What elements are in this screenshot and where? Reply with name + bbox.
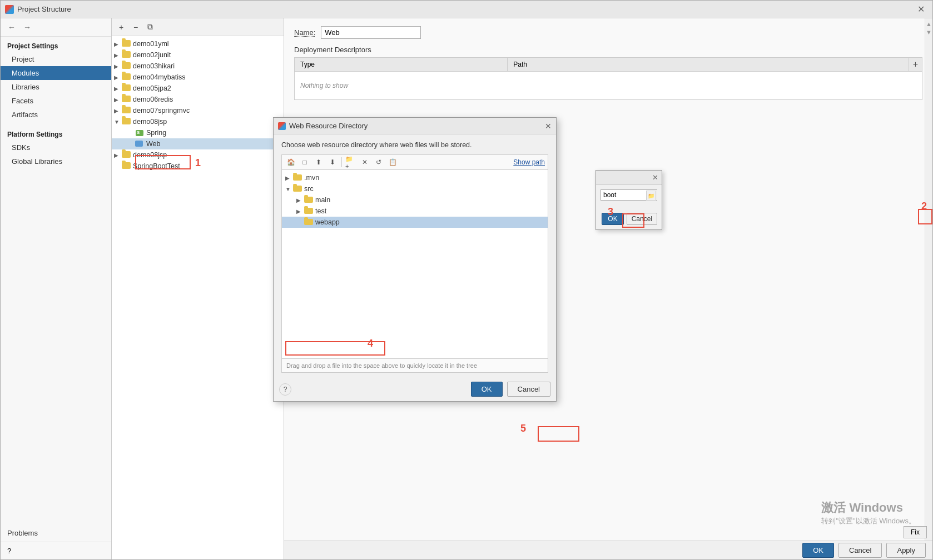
sidebar-help[interactable]: ?	[1, 542, 111, 559]
ok-button[interactable]: OK	[802, 543, 834, 558]
dtree-item-src[interactable]: ▼ src	[282, 183, 548, 194]
wrd-dialog-title-left: Web Resource Directory	[278, 122, 368, 130]
wrd-dialog-footer: ? OK Cancel	[274, 377, 556, 401]
tree-item-label: demo08jsp	[133, 118, 167, 126]
tree-item-label: demo04mybatiss	[133, 73, 186, 81]
small-dialog-close[interactable]: ✕	[652, 173, 658, 182]
tree-item-label: demo02junit	[133, 51, 171, 59]
sidebar-item-libraries[interactable]: Libraries	[1, 80, 111, 94]
project-settings-label: Project Settings	[1, 37, 111, 52]
add-module-button[interactable]: +	[115, 21, 127, 33]
platform-settings-label: Platform Settings	[1, 125, 111, 141]
wrd-cancel-button[interactable]: Cancel	[507, 382, 550, 397]
tree-item-label: demo05jpa2	[133, 84, 171, 92]
small-dialog-cancel[interactable]: Cancel	[627, 213, 657, 225]
deployment-add-button[interactable]: +	[909, 58, 922, 71]
wrd-dialog-close[interactable]: ✕	[545, 122, 552, 131]
deployment-table-header: Type Path	[295, 58, 922, 72]
tree-item-demo02junit[interactable]: ▶ demo02junit	[112, 49, 284, 61]
tree-item-demo01yml[interactable]: ▶ demo01yml	[112, 38, 284, 49]
tree-item-label: Spring	[146, 129, 166, 137]
module-tree-panel: + − ⧉ ▶ demo01yml ▶ demo02junit	[112, 18, 284, 559]
type-col-header: Type	[295, 58, 508, 71]
tree-item-label: demo06redis	[133, 96, 173, 103]
wrd-dialog-tree: ▶ .mvn ▼ src ▶ main	[281, 170, 548, 359]
wrd-down-button[interactable]: ⬇	[326, 157, 339, 168]
sidebar-item-sdks[interactable]: SDKs	[1, 141, 111, 154]
main-bottom-bar: OK Cancel Apply	[284, 541, 932, 559]
tree-item-demo07springmvc[interactable]: ▶ demo07springmvc	[112, 105, 284, 116]
small-dialog-titlebar: ✕	[596, 171, 662, 185]
wrd-dialog-icon	[278, 122, 286, 130]
tree-item-demo08jsp-2[interactable]: ▶ demo08jsp	[112, 149, 284, 161]
detail-right-bar: ▲ ▼ ⋮ ?	[925, 18, 932, 559]
wrd-delete-button[interactable]: ✕	[359, 157, 371, 168]
main-window: Project Structure ✕ ← → Project Settings…	[0, 0, 933, 560]
tree-item-spring[interactable]: S Spring	[112, 127, 284, 138]
dtree-item-mvn[interactable]: ▶ .mvn	[282, 172, 548, 183]
right-bar-scroll-up[interactable]: ▲	[926, 21, 932, 27]
tree-item-demo08jsp[interactable]: ▼ demo08jsp	[112, 116, 284, 127]
wrd-up-button[interactable]: ⬆	[312, 157, 325, 168]
forward-button[interactable]: →	[21, 22, 34, 33]
wrd-copy-button[interactable]: 📋	[386, 157, 399, 168]
tree-item-demo04mybatiss[interactable]: ▶ demo04mybatiss	[112, 72, 284, 83]
apply-button[interactable]: Apply	[886, 543, 926, 558]
tree-item-demo06redis[interactable]: ▶ demo06redis	[112, 94, 284, 105]
dtree-item-webapp[interactable]: webapp	[282, 217, 548, 228]
show-path-link[interactable]: Show path	[513, 158, 545, 166]
sidebar-item-facets[interactable]: Facets	[1, 94, 111, 108]
help-icon: ?	[7, 547, 11, 555]
copy-module-button[interactable]: ⧉	[144, 21, 156, 33]
small-dialog-body: 📁	[596, 185, 662, 213]
folder-icon: 📁	[648, 193, 654, 199]
close-button[interactable]: ✕	[914, 3, 928, 16]
fix-button[interactable]: Fix	[904, 526, 927, 538]
sidebar-item-problems[interactable]: Problems	[1, 524, 111, 542]
small-dialog-input-wrapper: 📁	[601, 189, 657, 205]
name-label: Name:	[294, 28, 315, 37]
sidebar-item-global-libraries[interactable]: Global Libraries	[1, 154, 111, 168]
wrd-dialog[interactable]: Web Resource Directory ✕ Choose web reso…	[273, 117, 557, 402]
remove-module-button[interactable]: −	[130, 21, 142, 33]
wrd-help-button[interactable]: ?	[279, 383, 291, 396]
tree-item-demo03hikari[interactable]: ▶ demo03hikari	[112, 61, 284, 72]
dtree-label: .mvn	[304, 174, 319, 182]
small-dialog-folder-button[interactable]: 📁	[646, 191, 656, 201]
small-dialog-ok[interactable]: OK	[602, 213, 623, 225]
wrd-dialog-title: Web Resource Directory	[289, 122, 368, 130]
wrd-hint: Drag and drop a file into the space abov…	[281, 359, 548, 373]
wrd-dialog-titlebar: Web Resource Directory ✕	[274, 118, 556, 134]
wrd-ok-button[interactable]: OK	[471, 382, 503, 397]
small-dialog[interactable]: ✕ 📁 OK Cancel	[595, 170, 662, 230]
wrd-refresh-button[interactable]: ↺	[373, 157, 385, 168]
title-bar-left: Project Structure	[5, 5, 71, 14]
cancel-button[interactable]: Cancel	[838, 543, 882, 558]
path-col-header: Path	[508, 58, 922, 71]
name-input[interactable]	[321, 26, 421, 39]
dtree-label: main	[315, 196, 330, 204]
tree-item-demo05jpa2[interactable]: ▶ demo05jpa2	[112, 83, 284, 94]
name-section: Name:	[284, 18, 932, 42]
tree-toolbar: + − ⧉	[112, 18, 284, 36]
tree-item-label: demo01yml	[133, 40, 169, 48]
wrd-new-folder-button[interactable]: 📁+	[345, 157, 357, 168]
back-button[interactable]: ←	[5, 22, 18, 33]
wrd-home-button[interactable]: 🏠	[285, 157, 297, 168]
dtree-item-main[interactable]: ▶ main	[282, 194, 548, 206]
small-dialog-footer: OK Cancel	[596, 213, 662, 229]
sidebar-item-artifacts[interactable]: Artifacts	[1, 108, 111, 122]
right-bar-scroll-down[interactable]: ▼	[926, 29, 932, 36]
sidebar-item-modules[interactable]: Modules	[1, 66, 111, 80]
sidebar-item-project[interactable]: Project	[1, 52, 111, 66]
sidebar: ← → Project Settings Project Modules Lib…	[1, 18, 112, 559]
tree-item-web[interactable]: Web	[112, 138, 284, 149]
nothing-to-show: Nothing to show	[295, 72, 922, 99]
title-bar: Project Structure ✕	[1, 1, 932, 18]
deployment-table: Type Path Nothing to show +	[294, 57, 922, 100]
dtree-label: test	[315, 207, 326, 215]
dtree-item-test[interactable]: ▶ test	[282, 206, 548, 217]
wrd-scroll-button[interactable]: □	[299, 157, 311, 168]
tree-item-springboottest[interactable]: SpringBootTest	[112, 161, 284, 172]
tree-item-label: demo07springmvc	[133, 107, 190, 114]
